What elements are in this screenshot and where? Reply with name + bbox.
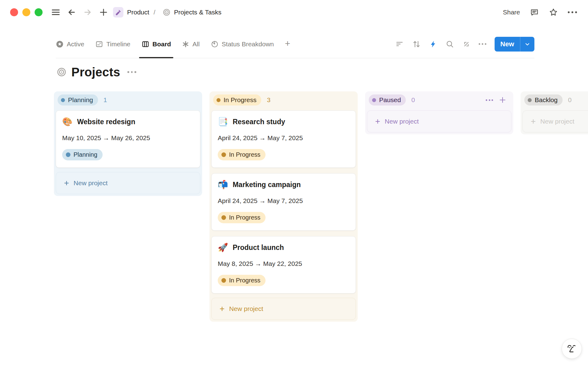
new-button-label[interactable]: New [495,40,520,48]
column-count: 0 [568,96,572,104]
page-title-target-icon [57,67,66,77]
status-dot [61,98,65,102]
column-status-pill[interactable]: In Progress [213,94,261,105]
favorite-star-icon[interactable] [549,8,558,17]
automation-lightning-icon[interactable] [429,40,437,48]
forward-icon[interactable] [83,8,92,17]
plus-icon: + [531,117,536,126]
tab-board[interactable]: Board [141,25,171,58]
column-status-pill[interactable]: Paused [369,94,406,105]
new-project-label: New project [540,118,574,125]
new-button[interactable]: New [495,37,534,52]
card-status-pill: Planning [62,149,103,160]
column-count: 1 [104,96,107,104]
more-options-icon[interactable] [568,11,577,13]
workspace-icon[interactable] [113,7,123,17]
new-project-button[interactable]: + New project [367,110,511,132]
minimize-window-button[interactable] [22,8,30,16]
star-circle-icon [56,40,64,48]
tab-label: All [192,40,199,48]
column-status-pill[interactable]: Planning [58,94,98,105]
project-card[interactable]: 🚀 Product launch May 8, 2025 → May 22, 2… [211,236,356,293]
pie-chart-icon [211,40,219,48]
kanban-board: Planning 1 🎨 Website redesign May 10, 20… [0,91,588,322]
column-name: In Progress [224,96,256,104]
page-title-menu-icon[interactable] [127,71,136,73]
column-paused: Paused 0 + New project [365,91,513,134]
add-view-icon[interactable]: + [285,25,290,58]
new-project-label: New project [74,179,107,187]
comments-icon[interactable] [530,8,539,17]
card-title: Research study [233,118,285,126]
tab-all[interactable]: All [182,25,199,58]
view-tabbar: Active Timeline Board All Status Breakdo… [56,25,534,58]
page-title: Projects [71,65,120,79]
card-date-range: May 10, 2025 → May 26, 2025 [62,134,194,142]
sidebar-toggle-icon[interactable] [51,8,60,17]
card-emoji: 🎨 [62,117,73,126]
new-project-button[interactable]: + New project [522,110,588,132]
expand-icon[interactable] [462,40,470,48]
zoom-window-button[interactable] [35,8,43,16]
column-count: 3 [267,96,270,104]
project-card[interactable]: 🎨 Website redesign May 10, 2025 → May 26… [56,110,200,168]
status-dot [221,152,226,157]
card-status-pill: In Progress [218,212,266,223]
new-page-icon[interactable] [99,8,108,17]
timeline-icon [95,40,103,48]
column-count: 0 [411,96,415,104]
notion-ai-face-button[interactable] [562,339,582,359]
plus-icon: + [64,179,69,187]
new-project-label: New project [229,305,263,312]
card-status-pill: In Progress [218,149,266,160]
plus-icon: + [220,305,224,313]
new-project-button[interactable]: + New project [56,172,200,194]
status-dot [528,98,532,102]
tab-label: Timeline [106,40,130,48]
target-icon [163,8,171,16]
close-window-button[interactable] [10,8,18,16]
filter-icon[interactable] [395,40,404,48]
breadcrumb: Product / Projects & Tasks [113,7,221,17]
card-date-range: April 24, 2025 → May 7, 2025 [218,134,349,142]
column-more-icon[interactable] [486,99,493,101]
card-date-range: April 24, 2025 → May 7, 2025 [218,197,349,205]
tab-label: Board [153,40,171,48]
tab-status-breakdown[interactable]: Status Breakdown [211,25,274,58]
column-name: Paused [379,96,401,104]
breadcrumb-workspace[interactable]: Product [127,9,149,16]
column-status-pill[interactable]: Backlog [524,94,563,105]
sort-icon[interactable] [412,40,421,49]
card-status-label: Planning [74,151,97,158]
project-card[interactable]: 📑 Research study April 24, 2025 → May 7,… [211,110,356,168]
tab-label: Status Breakdown [222,40,274,48]
card-status-label: In Progress [229,214,260,221]
share-button[interactable]: Share [503,9,520,16]
back-icon[interactable] [67,8,76,17]
card-status-label: In Progress [229,151,260,158]
plus-icon: + [375,117,380,126]
chevron-down-icon[interactable] [520,41,534,47]
project-card[interactable]: 📬 Marketing campaign April 24, 2025 → Ma… [211,173,356,231]
status-dot [221,278,226,283]
search-icon[interactable] [446,40,454,48]
column-in-progress: In Progress 3 📑 Research study April 24,… [209,91,358,322]
card-status-pill: In Progress [218,275,266,286]
card-date-range: May 8, 2025 → May 22, 2025 [218,260,349,267]
column-add-icon[interactable] [499,96,507,104]
card-title: Product launch [233,243,284,252]
tab-label: Active [67,40,84,48]
new-project-button[interactable]: + New project [211,298,356,320]
column-name: Backlog [535,96,558,104]
breadcrumb-page[interactable]: Projects & Tasks [174,9,221,16]
asterisk-icon [182,40,189,48]
tab-timeline[interactable]: Timeline [95,25,130,58]
breadcrumb-separator: / [153,9,155,16]
view-more-icon[interactable] [479,43,486,45]
board-icon [141,40,149,48]
status-dot [221,215,226,220]
card-status-label: In Progress [229,277,260,284]
tab-active[interactable]: Active [56,25,84,58]
column-planning: Planning 1 🎨 Website redesign May 10, 20… [54,91,202,196]
status-dot [217,98,221,102]
